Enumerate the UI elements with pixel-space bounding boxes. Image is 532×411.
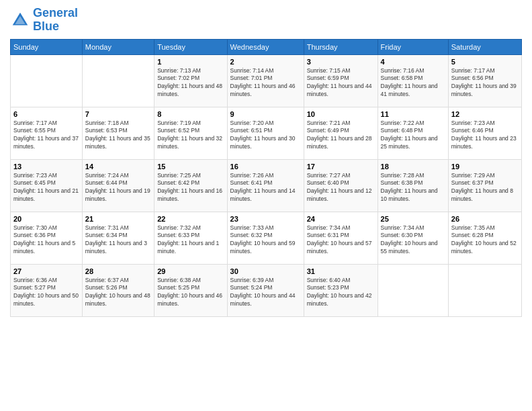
day-number: 3 — [307, 58, 375, 66]
calendar-cell: 26 Sunrise: 7:35 AMSunset: 6:28 PMDaylig… — [448, 212, 521, 264]
calendar-week-row: 20 Sunrise: 7:30 AMSunset: 6:36 PMDaylig… — [11, 212, 522, 264]
day-info: Sunrise: 7:33 AMSunset: 6:32 PMDaylight:… — [230, 224, 301, 257]
calendar-cell: 21 Sunrise: 7:31 AMSunset: 6:34 PMDaylig… — [82, 212, 154, 264]
day-info: Sunrise: 7:19 AMSunset: 6:52 PMDaylight:… — [157, 120, 224, 152]
calendar-cell: 23 Sunrise: 7:33 AMSunset: 6:32 PMDaylig… — [227, 212, 304, 264]
calendar-cell: 14 Sunrise: 7:24 AMSunset: 6:44 PMDaylig… — [82, 159, 154, 212]
day-number: 4 — [381, 58, 445, 66]
day-number: 14 — [85, 163, 151, 171]
day-info: Sunrise: 7:21 AMSunset: 6:49 PMDaylight:… — [307, 120, 375, 152]
calendar-week-row: 13 Sunrise: 7:23 AMSunset: 6:45 PMDaylig… — [11, 159, 522, 212]
calendar-cell: 20 Sunrise: 7:30 AMSunset: 6:36 PMDaylig… — [11, 212, 83, 264]
calendar-cell: 31 Sunrise: 6:40 AMSunset: 5:23 PMDaylig… — [304, 264, 378, 316]
calendar: SundayMondayTuesdayWednesdayThursdayFrid… — [10, 39, 522, 317]
day-number: 25 — [381, 215, 445, 223]
day-number: 31 — [307, 267, 375, 275]
page: General Blue SundayMondayTuesdayWednesda… — [0, 0, 532, 411]
day-info: Sunrise: 6:38 AMSunset: 5:25 PMDaylight:… — [157, 277, 224, 309]
day-info: Sunrise: 7:24 AMSunset: 6:44 PMDaylight:… — [85, 172, 151, 204]
day-number: 22 — [157, 215, 224, 223]
calendar-cell: 5 Sunrise: 7:17 AMSunset: 6:56 PMDayligh… — [448, 54, 521, 107]
day-info: Sunrise: 7:35 AMSunset: 6:28 PMDaylight:… — [451, 224, 519, 257]
day-info: Sunrise: 6:39 AMSunset: 5:24 PMDaylight:… — [230, 277, 301, 309]
day-number: 7 — [85, 110, 151, 118]
day-of-week-header: Wednesday — [227, 39, 304, 54]
day-number: 1 — [157, 58, 224, 66]
calendar-cell: 18 Sunrise: 7:28 AMSunset: 6:38 PMDaylig… — [378, 159, 448, 212]
day-info: Sunrise: 7:29 AMSunset: 6:37 PMDaylight:… — [451, 172, 519, 204]
calendar-header-row: SundayMondayTuesdayWednesdayThursdayFrid… — [11, 39, 522, 54]
calendar-cell: 3 Sunrise: 7:15 AMSunset: 6:59 PMDayligh… — [304, 54, 378, 107]
day-info: Sunrise: 7:30 AMSunset: 6:36 PMDaylight:… — [13, 224, 79, 257]
day-info: Sunrise: 7:32 AMSunset: 6:33 PMDaylight:… — [157, 224, 224, 257]
day-info: Sunrise: 7:14 AMSunset: 7:01 PMDaylight:… — [230, 67, 301, 99]
day-number: 13 — [13, 163, 79, 171]
calendar-cell: 11 Sunrise: 7:22 AMSunset: 6:48 PMDaylig… — [378, 107, 448, 159]
day-info: Sunrise: 7:23 AMSunset: 6:46 PMDaylight:… — [451, 120, 519, 152]
calendar-cell: 13 Sunrise: 7:23 AMSunset: 6:45 PMDaylig… — [11, 159, 83, 212]
day-number: 18 — [381, 163, 445, 171]
day-info: Sunrise: 7:17 AMSunset: 6:56 PMDaylight:… — [451, 67, 519, 99]
day-number: 15 — [157, 163, 224, 171]
day-number: 9 — [230, 110, 301, 118]
calendar-cell — [448, 264, 521, 316]
calendar-cell: 27 Sunrise: 6:36 AMSunset: 5:27 PMDaylig… — [11, 264, 83, 316]
day-of-week-header: Sunday — [11, 39, 83, 54]
day-number: 5 — [451, 58, 519, 66]
calendar-cell: 28 Sunrise: 6:37 AMSunset: 5:26 PMDaylig… — [82, 264, 154, 316]
day-info: Sunrise: 6:40 AMSunset: 5:23 PMDaylight:… — [307, 277, 375, 309]
day-number: 30 — [230, 267, 301, 275]
day-info: Sunrise: 7:15 AMSunset: 6:59 PMDaylight:… — [307, 67, 375, 99]
calendar-cell: 2 Sunrise: 7:14 AMSunset: 7:01 PMDayligh… — [227, 54, 304, 107]
day-number: 20 — [13, 215, 79, 223]
calendar-cell: 4 Sunrise: 7:16 AMSunset: 6:58 PMDayligh… — [378, 54, 448, 107]
day-info: Sunrise: 6:37 AMSunset: 5:26 PMDaylight:… — [85, 277, 151, 309]
day-info: Sunrise: 7:34 AMSunset: 6:31 PMDaylight:… — [307, 224, 375, 257]
calendar-week-row: 1 Sunrise: 7:13 AMSunset: 7:02 PMDayligh… — [11, 54, 522, 107]
day-number: 2 — [230, 58, 301, 66]
day-number: 26 — [451, 215, 519, 223]
day-info: Sunrise: 7:34 AMSunset: 6:30 PMDaylight:… — [381, 224, 445, 257]
day-number: 8 — [157, 110, 224, 118]
day-number: 19 — [451, 163, 519, 171]
calendar-cell: 24 Sunrise: 7:34 AMSunset: 6:31 PMDaylig… — [304, 212, 378, 264]
day-info: Sunrise: 7:13 AMSunset: 7:02 PMDaylight:… — [157, 67, 224, 99]
calendar-cell: 29 Sunrise: 6:38 AMSunset: 5:25 PMDaylig… — [154, 264, 227, 316]
calendar-cell: 12 Sunrise: 7:23 AMSunset: 6:46 PMDaylig… — [448, 107, 521, 159]
day-number: 16 — [230, 163, 301, 171]
calendar-cell: 1 Sunrise: 7:13 AMSunset: 7:02 PMDayligh… — [154, 54, 227, 107]
header: General Blue — [10, 7, 522, 34]
calendar-cell: 7 Sunrise: 7:18 AMSunset: 6:53 PMDayligh… — [82, 107, 154, 159]
day-info: Sunrise: 7:27 AMSunset: 6:40 PMDaylight:… — [307, 172, 375, 204]
calendar-cell: 22 Sunrise: 7:32 AMSunset: 6:33 PMDaylig… — [154, 212, 227, 264]
day-number: 24 — [307, 215, 375, 223]
day-info: Sunrise: 7:26 AMSunset: 6:41 PMDaylight:… — [230, 172, 301, 204]
logo-icon — [10, 10, 30, 30]
day-info: Sunrise: 7:17 AMSunset: 6:55 PMDaylight:… — [13, 120, 79, 152]
calendar-cell: 19 Sunrise: 7:29 AMSunset: 6:37 PMDaylig… — [448, 159, 521, 212]
calendar-cell: 9 Sunrise: 7:20 AMSunset: 6:51 PMDayligh… — [227, 107, 304, 159]
day-number: 21 — [85, 215, 151, 223]
day-of-week-header: Tuesday — [154, 39, 227, 54]
logo-text: General Blue — [33, 7, 78, 34]
calendar-week-row: 27 Sunrise: 6:36 AMSunset: 5:27 PMDaylig… — [11, 264, 522, 316]
day-number: 11 — [381, 110, 445, 118]
logo: General Blue — [10, 7, 78, 34]
day-of-week-header: Thursday — [304, 39, 378, 54]
day-number: 27 — [13, 267, 79, 275]
day-info: Sunrise: 7:18 AMSunset: 6:53 PMDaylight:… — [85, 120, 151, 152]
day-info: Sunrise: 7:22 AMSunset: 6:48 PMDaylight:… — [381, 120, 445, 152]
calendar-cell: 8 Sunrise: 7:19 AMSunset: 6:52 PMDayligh… — [154, 107, 227, 159]
day-info: Sunrise: 7:28 AMSunset: 6:38 PMDaylight:… — [381, 172, 445, 204]
day-number: 28 — [85, 267, 151, 275]
day-number: 10 — [307, 110, 375, 118]
day-info: Sunrise: 6:36 AMSunset: 5:27 PMDaylight:… — [13, 277, 79, 309]
day-number: 17 — [307, 163, 375, 171]
day-number: 6 — [13, 110, 79, 118]
calendar-cell — [378, 264, 448, 316]
day-info: Sunrise: 7:31 AMSunset: 6:34 PMDaylight:… — [85, 224, 151, 257]
calendar-week-row: 6 Sunrise: 7:17 AMSunset: 6:55 PMDayligh… — [11, 107, 522, 159]
day-of-week-header: Monday — [82, 39, 154, 54]
calendar-cell: 15 Sunrise: 7:25 AMSunset: 6:42 PMDaylig… — [154, 159, 227, 212]
calendar-cell — [11, 54, 83, 107]
